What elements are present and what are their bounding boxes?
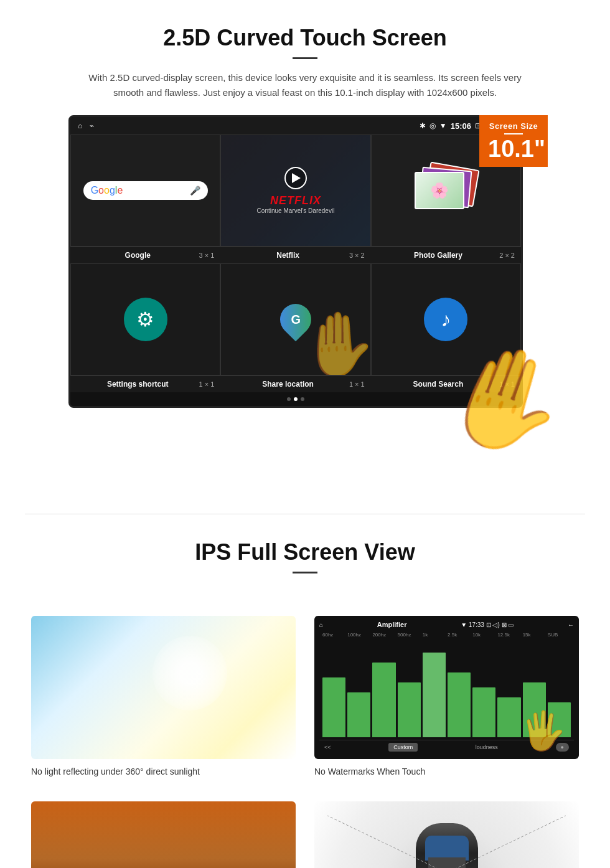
badge-underline bbox=[504, 133, 523, 134]
feature-cheetah: 🐆 Super Fast Response bbox=[31, 801, 296, 868]
photo-stack: 🌸 bbox=[415, 166, 477, 215]
sound-label-cell: Sound Search 1 × 1 bbox=[371, 375, 521, 392]
sun-rays bbox=[152, 636, 227, 710]
eq-freq-labels: 60hz 100hz 200hz 500hz 1k 2.5k 10k 12.5k… bbox=[319, 632, 574, 638]
music-note-icon: ♪ bbox=[441, 308, 451, 331]
viewing-angle-svg bbox=[314, 801, 579, 868]
loudness-label: loudness bbox=[476, 744, 498, 750]
netflix-cell[interactable]: NETFLIX Continue Marvel's Daredevil bbox=[220, 134, 370, 247]
app-grid-top: Google 🎤 NETFLIX Continue Marvel's Dared… bbox=[70, 134, 521, 247]
google-logo: Google bbox=[91, 185, 123, 196]
page-dot-1 bbox=[287, 397, 291, 401]
google-app-name: Google bbox=[125, 251, 151, 260]
photo-app-name: Photo Gallery bbox=[414, 251, 462, 260]
section1-title: 2.5D Curved Touch Screen bbox=[37, 25, 573, 51]
app-labels-top: Google 3 × 1 Netflix 3 × 2 Photo Gallery… bbox=[70, 247, 521, 263]
eq-bar-2 bbox=[347, 692, 370, 737]
amp-status-icons: ▼ 17:33 ⊡ ◁) ⊠ ▭ bbox=[461, 621, 514, 628]
ips-section: IPS Full Screen View bbox=[0, 514, 610, 603]
sound-search-cell[interactable]: ♪ bbox=[371, 263, 521, 375]
eq-bar-1 bbox=[322, 677, 345, 737]
settings-label-cell: Settings shortcut 1 × 1 bbox=[70, 375, 220, 392]
google-app-size: 3 × 1 bbox=[199, 252, 215, 259]
feature-amplifier: ⌂ Amplifier ▼ 17:33 ⊡ ◁) ⊠ ▭ ← 60hz 100h… bbox=[314, 616, 579, 776]
eq-bar-7 bbox=[472, 687, 495, 737]
title-underline bbox=[293, 57, 317, 59]
location-icon: ◎ bbox=[429, 121, 436, 130]
photo-label-cell: Photo Gallery 2 × 2 bbox=[371, 247, 521, 263]
badge-label: Screen Size bbox=[488, 121, 539, 131]
eq-bar-5 bbox=[423, 653, 446, 737]
netflix-app-name: Netflix bbox=[276, 251, 299, 260]
feature-car: Large Viewing Angle bbox=[314, 801, 579, 868]
curved-section: 2.5D Curved Touch Screen With 2.5D curve… bbox=[0, 0, 610, 427]
amplifier-caption: No Watermarks When Touch bbox=[314, 767, 579, 776]
sound-icon-circle: ♪ bbox=[424, 298, 467, 341]
bluetooth-icon: ✱ bbox=[420, 121, 426, 130]
section2-underline bbox=[293, 572, 317, 573]
status-left-icons: ⌂ ⌁ bbox=[78, 121, 94, 130]
section2-title: IPS Full Screen View bbox=[37, 539, 573, 565]
car-image bbox=[314, 801, 579, 868]
svg-line-2 bbox=[327, 816, 446, 868]
wifi-icon: ▼ bbox=[439, 121, 447, 130]
cheetah-overlay bbox=[31, 801, 296, 868]
app-grid-bottom: ⚙ G 🤚 ♪ bbox=[70, 263, 521, 375]
spacer-1 bbox=[0, 427, 610, 476]
svg-line-3 bbox=[447, 816, 566, 868]
google-search-bar[interactable]: Google 🎤 bbox=[83, 181, 208, 200]
device-container: Screen Size 10.1" ⌂ ⌁ ✱ ◎ ▼ 15:06 ⊡ ◁) bbox=[68, 115, 542, 408]
netflix-subtitle: Continue Marvel's Daredevil bbox=[257, 207, 335, 214]
amplifier-image: ⌂ Amplifier ▼ 17:33 ⊡ ◁) ⊠ ▭ ← 60hz 100h… bbox=[314, 616, 579, 759]
badge-size: 10.1" bbox=[488, 137, 539, 161]
maps-icon-container: G bbox=[280, 304, 311, 335]
share-app-size: 1 × 1 bbox=[349, 380, 365, 388]
netflix-overlay: NETFLIX Continue Marvel's Daredevil bbox=[257, 167, 335, 214]
section1-description: With 2.5D curved-display screen, this de… bbox=[87, 70, 523, 100]
google-label-cell: Google 3 × 1 bbox=[70, 247, 220, 263]
sunlight-image bbox=[31, 616, 296, 759]
amp-back: ← bbox=[568, 621, 574, 628]
page-dot-2 bbox=[294, 397, 298, 401]
feature-sunlight: No light reflecting under 360° direct su… bbox=[31, 616, 296, 776]
sound-app-size: 1 × 1 bbox=[499, 380, 515, 388]
microphone-icon: 🎤 bbox=[190, 186, 200, 196]
flower-icon: 🌸 bbox=[430, 182, 449, 199]
custom-button[interactable]: Custom bbox=[388, 743, 418, 752]
status-bar: ⌂ ⌁ ✱ ◎ ▼ 15:06 ⊡ ◁) ⊠ ▭ bbox=[70, 117, 521, 134]
cheetah-image: 🐆 bbox=[31, 801, 296, 868]
usb-icon: ⌁ bbox=[90, 121, 94, 130]
sunlight-caption: No light reflecting under 360° direct su… bbox=[31, 767, 296, 776]
eq-bar-8 bbox=[497, 697, 520, 737]
share-location-cell[interactable]: G 🤚 bbox=[220, 263, 370, 375]
play-button[interactable] bbox=[284, 167, 307, 189]
page-dot-3 bbox=[301, 397, 304, 401]
settings-app-name: Settings shortcut bbox=[107, 380, 169, 389]
screen-size-badge: Screen Size 10.1" bbox=[479, 115, 548, 167]
photo-card-3: 🌸 bbox=[415, 172, 464, 209]
app-labels-bottom: Settings shortcut 1 × 1 Share location 1… bbox=[70, 375, 521, 392]
home-icon-amp: ⌂ bbox=[319, 621, 323, 628]
photo-app-size: 2 × 2 bbox=[499, 252, 515, 259]
settings-icon-circle: ⚙ bbox=[124, 298, 167, 341]
gear-icon: ⚙ bbox=[136, 308, 154, 331]
play-triangle-icon bbox=[292, 173, 301, 183]
netflix-label-cell: Netflix 3 × 2 bbox=[220, 247, 370, 263]
netflix-app-size: 3 × 2 bbox=[349, 252, 365, 259]
netflix-logo: NETFLIX bbox=[257, 194, 335, 207]
features-grid: No light reflecting under 360° direct su… bbox=[12, 603, 598, 868]
maps-g-letter: G bbox=[291, 313, 301, 327]
home-icon: ⌂ bbox=[78, 121, 82, 130]
status-time: 15:06 bbox=[451, 121, 471, 131]
eq-bar-4 bbox=[398, 682, 421, 737]
amp-hand-icon: 🖐 bbox=[520, 709, 566, 753]
share-label-cell: Share location 1 × 1 bbox=[220, 375, 370, 392]
maps-icon: G bbox=[274, 298, 318, 342]
page-dots bbox=[70, 392, 521, 406]
share-app-name: Share location bbox=[262, 380, 314, 389]
android-frame: ⌂ ⌁ ✱ ◎ ▼ 15:06 ⊡ ◁) ⊠ ▭ bbox=[68, 115, 523, 408]
eq-bar-3 bbox=[372, 663, 395, 737]
sound-app-name: Sound Search bbox=[413, 380, 464, 389]
google-cell[interactable]: Google 🎤 bbox=[70, 134, 220, 247]
settings-cell[interactable]: ⚙ bbox=[70, 263, 220, 375]
